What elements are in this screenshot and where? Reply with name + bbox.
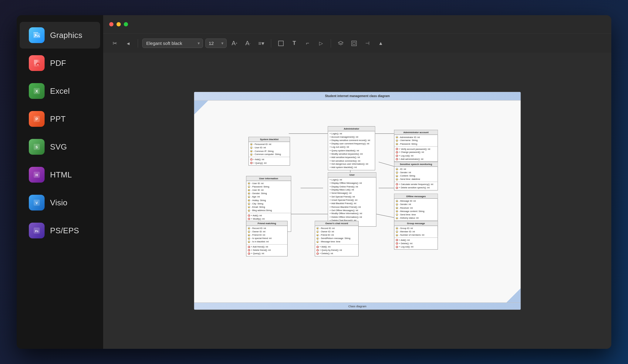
graphics-icon xyxy=(29,27,45,43)
title-bar xyxy=(103,15,611,33)
cut-button[interactable]: ✂ xyxy=(109,38,120,49)
svg-text:P: P xyxy=(35,117,38,121)
maximize-button[interactable] xyxy=(124,22,128,26)
font-select-wrapper: Elegant soft black ▼ xyxy=(142,39,203,48)
font-size-select[interactable]: 12 14 16 xyxy=(205,39,227,48)
sidebar-label-excel: Excel xyxy=(50,86,70,96)
sidebar-item-ppt[interactable]: P PPT xyxy=(20,106,100,132)
sidebar-item-pseps[interactable]: Ps PS/EPS xyxy=(20,217,100,244)
toolbar-divider-2 xyxy=(271,39,271,48)
svg-text:A: A xyxy=(37,63,39,66)
toolbar-divider-3 xyxy=(331,39,331,48)
app-window: Graphics A PDF X Excel xyxy=(17,15,611,349)
system-blacklist-box: System blacklist 🔒- Personnel ID: int 🔒-… xyxy=(248,137,290,165)
frame-button[interactable] xyxy=(349,38,360,49)
svg-rect-19 xyxy=(279,41,283,46)
align-left-button[interactable]: ⊣ xyxy=(362,38,373,49)
ppt-icon: P xyxy=(29,111,45,127)
sidebar-label-svg: SVG xyxy=(50,142,67,152)
sidebar-label-pdf: PDF xyxy=(50,59,66,68)
svg-text:X: X xyxy=(35,89,38,93)
close-button[interactable] xyxy=(109,22,113,26)
diagram-header: Student internet management class diagra… xyxy=(194,92,520,100)
svg-rect-20 xyxy=(352,41,356,46)
svg-text:S: S xyxy=(35,145,38,149)
sidebar-label-pseps: PS/EPS xyxy=(50,226,79,235)
excel-icon: X xyxy=(29,83,45,99)
sidebar-label-visio: Visio xyxy=(50,198,67,207)
svg-text:V: V xyxy=(35,201,38,205)
sidebar-label-html: HTML xyxy=(50,170,72,180)
svg-text:H: H xyxy=(35,173,38,177)
sidebar-item-pdf[interactable]: A PDF xyxy=(20,50,100,76)
pseps-icon: Ps xyxy=(29,223,45,238)
diagram-footer: Class diagram xyxy=(194,302,520,309)
font-select[interactable]: Elegant soft black xyxy=(142,39,203,48)
visio-icon: V xyxy=(29,195,45,211)
rect-tool[interactable] xyxy=(275,38,286,49)
svg-text:Ps: Ps xyxy=(35,230,38,233)
align-button[interactable]: ≡▾ xyxy=(256,38,267,49)
diagram-footer-text: Class diagram xyxy=(348,305,366,308)
owners-chat-box: Owner's chat record 🔒- Record ID: int 🔒-… xyxy=(315,221,358,256)
sidebar-label-ppt: PPT xyxy=(50,114,66,124)
font-decrease-button[interactable]: A- xyxy=(242,38,253,49)
group-message-box: Group message 🔒- Group ID: int 🔒- Member… xyxy=(394,221,437,249)
font-increase-button[interactable]: A+ xyxy=(229,38,240,49)
administrator-box: Administrator + Login(): int + Account m… xyxy=(328,126,375,170)
diagram-container: Student internet management class diagra… xyxy=(194,92,520,310)
toolbar: ✂ ◂ Elegant soft black ▼ 12 14 16 ▼ A+ A… xyxy=(103,33,611,53)
sidebar-item-excel[interactable]: X Excel xyxy=(20,78,100,104)
sidebar-item-svg[interactable]: S SVG xyxy=(20,133,100,160)
corner-br xyxy=(506,288,521,303)
layers-button[interactable] xyxy=(335,38,346,49)
triangle-button[interactable]: ▲ xyxy=(375,38,386,49)
diagram-title: Student internet management class diagra… xyxy=(325,94,390,98)
sidebar-label-graphics: Graphics xyxy=(50,31,82,40)
svg-icon: S xyxy=(29,139,45,155)
admin-account-box: Administrator account 🔒- Administrator I… xyxy=(394,130,437,162)
html-icon: H xyxy=(29,167,45,183)
back-button[interactable]: ◂ xyxy=(123,38,133,49)
pdf-icon: A xyxy=(29,55,45,71)
text-tool[interactable]: T xyxy=(289,38,300,49)
corner-tl xyxy=(194,100,208,115)
font-size-wrapper: 12 14 16 ▼ xyxy=(205,39,227,48)
toolbar-divider-1 xyxy=(138,39,138,48)
sidebar-item-html[interactable]: H HTML xyxy=(20,161,100,188)
svg-rect-21 xyxy=(353,42,355,45)
sidebar-item-visio[interactable]: V Visio xyxy=(20,189,100,216)
arrow-tool[interactable]: ▷ xyxy=(316,38,326,49)
friend-matching-box: Friend matching 🔒- Record ID: int 🔒- Own… xyxy=(246,221,288,256)
user-box: User + Login(): int + Display Offline Me… xyxy=(328,172,376,226)
svg-rect-1 xyxy=(33,32,38,33)
canvas-area[interactable]: Student internet management class diagra… xyxy=(103,53,611,349)
sidebar: Graphics A PDF X Excel xyxy=(17,15,103,349)
minimize-button[interactable] xyxy=(116,22,121,26)
sidebar-item-graphics[interactable]: Graphics xyxy=(20,22,100,49)
main-area: ✂ ◂ Elegant soft black ▼ 12 14 16 ▼ A+ A… xyxy=(103,15,611,349)
sensitive-speech-box: Sensitive speech monitoring 🔒- ID: int 🔒… xyxy=(394,162,437,190)
connector-tool[interactable]: ⌐ xyxy=(302,38,313,49)
